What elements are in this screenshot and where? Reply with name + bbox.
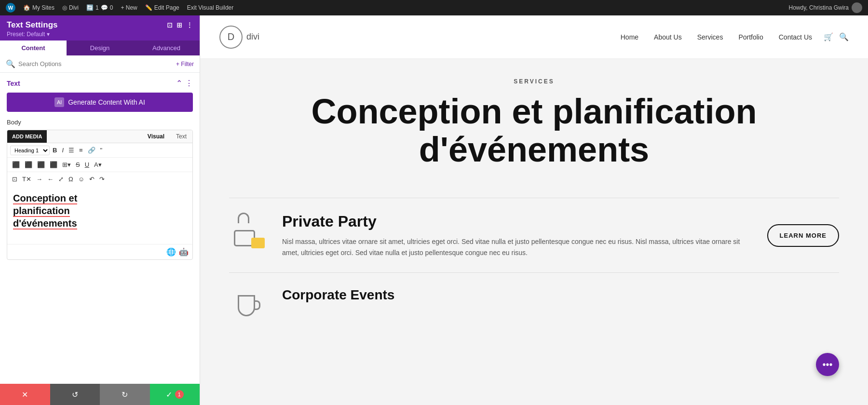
editor-content-area[interactable]: Conception etplanificationd'événements — [7, 186, 192, 244]
service-icon-area-1 — [229, 213, 268, 246]
editor-view-tabs: Visual Text — [142, 130, 192, 143]
services-label: SERVICES — [229, 78, 839, 85]
service-item-1: Private Party Nisl massa, ultrices vitae… — [229, 198, 839, 272]
tab-advanced[interactable]: Advanced — [133, 40, 200, 55]
nav-icons: 🛒 🔍 — [824, 32, 849, 41]
section-menu-icon[interactable]: ⋮ — [185, 79, 193, 88]
logo-circle: D — [219, 26, 243, 49]
save-button[interactable]: ✓ 1 — [150, 384, 200, 405]
text-tab[interactable]: Text — [170, 130, 192, 143]
exit-builder-menu[interactable]: Exit Visual Builder — [187, 4, 234, 11]
add-media-button[interactable]: ADD MEDIA — [7, 130, 47, 143]
save-count-badge: 1 — [175, 390, 184, 399]
align-left-button[interactable]: ⬛ — [10, 160, 22, 170]
service-title-1: Private Party — [282, 213, 753, 230]
my-sites-menu[interactable]: 🏠 My Sites — [23, 4, 54, 11]
cart-icon[interactable]: 🛒 — [824, 32, 833, 41]
panel-resize-icon[interactable]: ⊡ — [167, 21, 173, 29]
wp-logo-icon[interactable]: W — [6, 3, 15, 13]
panel-bottom-bar: ✕ ↺ ↻ ✓ 1 — [0, 384, 200, 405]
edit-page-menu[interactable]: ✏️ Edit Page — [145, 4, 179, 11]
redo-button[interactable]: ↻ — [100, 384, 150, 405]
nav-contact[interactable]: Contact Us — [779, 33, 812, 41]
align-justify-button[interactable]: ⬛ — [48, 160, 59, 170]
text-settings-panel: Text Settings ⊡ ⊞ ⋮ Preset: Default ▾ Co… — [0, 15, 200, 405]
nav-about[interactable]: About Us — [654, 33, 682, 41]
text-color-button[interactable]: A▾ — [92, 160, 104, 170]
panel-layout-icon[interactable]: ⊞ — [176, 21, 182, 29]
text-section-title: Text — [7, 80, 20, 87]
search-icon: 🔍 — [6, 59, 15, 68]
align-center-button[interactable]: ⬛ — [23, 160, 34, 170]
editor-top-bar: ADD MEDIA Visual Text — [7, 130, 192, 143]
ul-button[interactable]: ☰ — [67, 145, 76, 155]
search-options-input[interactable] — [18, 60, 173, 68]
bold-button[interactable]: B — [51, 145, 59, 155]
toolbar-row-1: Heading 1 Heading 2 Paragraph B I ☰ ≡ 🔗 … — [7, 143, 192, 158]
indent-in-button[interactable]: → — [34, 174, 44, 184]
service-desc-1: Nisl massa, ultrices vitae ornare sit am… — [282, 236, 753, 258]
user-menu[interactable]: Howdy, Christina Gwira — [789, 2, 862, 13]
comments-menu[interactable]: 🔄 1 💬 0 — [86, 4, 113, 11]
editor-preview-text: Conception etplanificationd'événements — [13, 192, 187, 230]
nav-links: Home About Us Services Portfolio Contact… — [621, 33, 812, 41]
search-nav-icon[interactable]: 🔍 — [839, 32, 849, 41]
panel-tabs: Content Design Advanced — [0, 40, 200, 55]
paste-button[interactable]: ⊡ — [10, 174, 19, 184]
special-char-button[interactable]: Ω — [67, 174, 75, 184]
lock-yellow-accent — [251, 238, 265, 248]
grammarly-icon[interactable]: 🌐 — [166, 247, 176, 256]
nav-services[interactable]: Services — [697, 33, 723, 41]
align-right-button[interactable]: ⬛ — [35, 160, 47, 170]
visual-tab[interactable]: Visual — [142, 130, 170, 143]
website-preview: D divi Home About Us Services Portfolio … — [200, 15, 868, 405]
learn-more-button-1[interactable]: LEARN MORE — [767, 224, 839, 247]
redo-editor-button[interactable]: ↷ — [97, 174, 107, 184]
underline-button[interactable]: U — [83, 160, 91, 170]
panel-preset[interactable]: Preset: Default ▾ — [7, 31, 193, 38]
undo-button[interactable]: ↺ — [50, 384, 100, 405]
body-label: Body — [7, 119, 193, 126]
ai-assist-icon[interactable]: 🤖 — [179, 247, 189, 256]
new-menu[interactable]: + New — [121, 4, 137, 11]
site-navigation: D divi Home About Us Services Portfolio … — [200, 15, 868, 59]
blockquote-button[interactable]: " — [98, 145, 105, 155]
table-button[interactable]: ⊞▾ — [60, 160, 73, 170]
fullscreen-button[interactable]: ⤢ — [56, 174, 66, 184]
generate-ai-button[interactable]: AI Generate Content With AI — [7, 93, 193, 112]
strikethrough-button[interactable]: S — [74, 160, 82, 170]
panel-body: Text ⌃ ⋮ AI Generate Content With AI Bod… — [0, 73, 200, 384]
toolbar-row-2: ⬛ ⬛ ⬛ ⬛ ⊞▾ S U A▾ — [7, 158, 192, 172]
service-item-2: Corporate Events — [229, 272, 839, 336]
clear-format-button[interactable]: T✕ — [20, 174, 33, 184]
nav-portfolio[interactable]: Portfolio — [738, 33, 763, 41]
heading-select[interactable]: Heading 1 Heading 2 Paragraph — [10, 146, 50, 155]
ol-button[interactable]: ≡ — [77, 145, 85, 155]
ai-icon: AI — [54, 97, 64, 107]
service-content-1: Private Party Nisl massa, ultrices vitae… — [282, 213, 753, 258]
tab-content[interactable]: Content — [0, 40, 67, 55]
italic-button[interactable]: I — [60, 145, 66, 155]
divi-menu[interactable]: ◎ Divi — [62, 4, 79, 11]
indent-out-button[interactable]: ← — [45, 174, 55, 184]
filter-button[interactable]: + Filter — [176, 61, 194, 68]
nav-home[interactable]: Home — [621, 33, 638, 41]
service-icon-area-2 — [229, 287, 268, 321]
panel-more-icon[interactable]: ⋮ — [186, 21, 193, 29]
services-section: SERVICES Conception et planification d'é… — [200, 59, 868, 405]
tab-design[interactable]: Design — [67, 40, 133, 55]
site-logo: D divi — [219, 26, 259, 49]
editor-bottom-row: 🌐 🤖 — [7, 244, 192, 259]
cup-handle-icon — [255, 300, 260, 310]
service-content-2: Corporate Events — [282, 287, 839, 309]
undo-editor-button[interactable]: ↶ — [87, 174, 96, 184]
lock-icon — [234, 213, 263, 246]
emoji-button[interactable]: ☺ — [76, 174, 86, 184]
fab-button[interactable]: ••• — [816, 353, 839, 376]
section-collapse-icon[interactable]: ⌃ — [176, 79, 182, 88]
cup-icon — [238, 295, 255, 316]
link-button[interactable]: 🔗 — [86, 145, 97, 155]
cancel-button[interactable]: ✕ — [0, 384, 50, 405]
toolbar-row-3: ⊡ T✕ → ← ⤢ Ω ☺ ↶ ↷ — [7, 172, 192, 186]
text-section-header: Text ⌃ ⋮ — [7, 79, 193, 88]
